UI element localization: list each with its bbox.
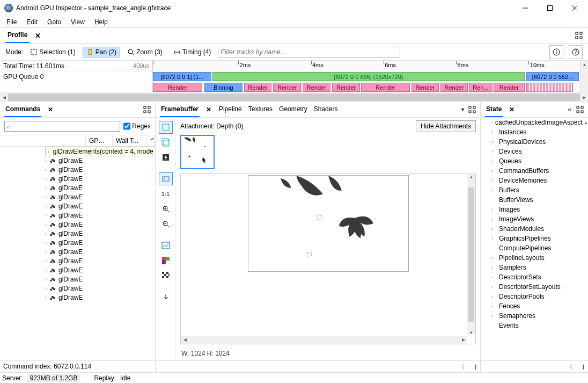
- render-track[interactable]: Render Binning Render Render Render Rend…: [153, 82, 580, 92]
- render-segment[interactable]: Ren...: [469, 83, 493, 92]
- mode-selection[interactable]: Selection (1): [26, 47, 79, 57]
- fullscreen-icon[interactable]: [575, 32, 583, 39]
- render-segment[interactable]: Render: [153, 83, 202, 92]
- commands-tab[interactable]: Commands: [4, 102, 41, 117]
- prev-icon[interactable]: ⟨: [570, 363, 572, 371]
- state-node[interactable]: ›Instances: [481, 127, 588, 137]
- command-row[interactable]: ›glDrawE: [0, 284, 155, 293]
- command-row[interactable]: ›glDrawE: [0, 265, 155, 274]
- tab-profile[interactable]: Profile: [5, 28, 30, 43]
- menu-view[interactable]: View: [67, 17, 89, 27]
- col-gpu[interactable]: GPU ...: [86, 135, 113, 146]
- tool-overlay[interactable]: [159, 136, 173, 149]
- binning-segment[interactable]: Binning: [204, 83, 243, 92]
- tool-zoomin[interactable]: [159, 203, 173, 215]
- state-node[interactable]: ›GraphicsPipelines: [481, 234, 588, 243]
- mode-pan[interactable]: Pan (2): [83, 47, 120, 57]
- queue-segment[interactable]: [6072 0 0 552...: [526, 72, 579, 81]
- chevron-updown-icon[interactable]: ≎: [568, 107, 572, 112]
- state-node[interactable]: ›PipelineLayouts: [481, 253, 588, 263]
- render-segment[interactable]: Render: [440, 83, 468, 92]
- framebuffer-close[interactable]: ✕: [206, 106, 211, 113]
- help-button[interactable]: ?: [569, 45, 583, 59]
- mode-timing[interactable]: Timing (4): [170, 47, 215, 57]
- prev-icon[interactable]: ⟨: [462, 363, 465, 371]
- tool-checker[interactable]: [159, 269, 173, 282]
- state-node[interactable]: Events: [481, 321, 588, 330]
- state-node[interactable]: BufferViews: [481, 195, 588, 205]
- state-node[interactable]: ›ShaderModules: [481, 224, 588, 234]
- next-icon[interactable]: ⟩: [474, 363, 477, 371]
- next-icon[interactable]: ⟩: [582, 363, 585, 371]
- timeline-hscroll[interactable]: ◂▸: [0, 93, 588, 101]
- state-node[interactable]: ›Devices: [481, 147, 588, 156]
- hide-attachments-button[interactable]: Hide Attachments: [416, 120, 476, 132]
- tool-channels[interactable]: [159, 254, 173, 267]
- attachment-thumb[interactable]: [180, 135, 215, 169]
- render-stripe[interactable]: [526, 83, 574, 92]
- state-node[interactable]: ›DeviceMemories: [481, 176, 588, 185]
- state-node[interactable]: ›Semaphores: [481, 311, 588, 321]
- tool-oneone[interactable]: 1:1: [159, 187, 173, 200]
- queue-segment[interactable]: [6072 0 0 1] (1...: [153, 72, 211, 81]
- render-segment[interactable]: Render: [332, 83, 360, 92]
- tab-textures[interactable]: Textures: [247, 102, 274, 117]
- tab-framebuffer[interactable]: Framebuffer: [160, 102, 200, 117]
- fullscreen-icon[interactable]: [143, 106, 151, 113]
- state-node[interactable]: ›DescriptorSetLayouts: [481, 282, 588, 292]
- commands-search[interactable]: [4, 121, 120, 132]
- info-button[interactable]: [549, 45, 563, 59]
- time-ruler[interactable]: 2ms 4ms 6ms 8ms 10ms: [153, 61, 580, 71]
- render-segment[interactable]: Render: [273, 83, 301, 92]
- tab-pipeline[interactable]: Pipeline: [218, 102, 243, 117]
- state-node[interactable]: ›DescriptorSets: [481, 272, 588, 282]
- command-row[interactable]: ›glDrawE: [0, 211, 155, 220]
- tab-profile-close[interactable]: ✕: [35, 32, 41, 40]
- menu-file[interactable]: File: [2, 17, 21, 27]
- state-tree[interactable]: ›cachedUnpackedImageAspect▴›Instances›Ph…: [481, 118, 588, 360]
- fullscreen-icon[interactable]: [468, 106, 476, 113]
- state-node[interactable]: ›PhysicalDevices: [481, 137, 588, 147]
- command-row[interactable]: ›glDrawE: [0, 274, 155, 284]
- tool-rect[interactable]: [159, 121, 173, 134]
- state-node[interactable]: ComputePipelines: [481, 243, 588, 253]
- state-node[interactable]: ›ImageViews: [481, 214, 588, 224]
- render-segment[interactable]: Render: [303, 83, 331, 92]
- command-row[interactable]: ›glDrawE: [0, 174, 155, 183]
- tool-flash[interactable]: [159, 151, 173, 164]
- filter-tracks-input[interactable]: [218, 47, 400, 57]
- state-node[interactable]: ›Samplers: [481, 263, 588, 272]
- queue-segment[interactable]: [6072 0 0 866] (1520x720): [212, 72, 524, 81]
- state-node[interactable]: ›Fences: [481, 301, 588, 311]
- command-row[interactable]: ›glDrawE: [0, 256, 155, 265]
- canvas-vscroll[interactable]: ▴▾: [467, 174, 475, 335]
- menu-help[interactable]: Help: [90, 17, 112, 27]
- close-button[interactable]: [562, 0, 587, 16]
- sort-icon[interactable]: ⌃: [146, 135, 155, 146]
- col-wall[interactable]: Wall T...: [113, 135, 146, 146]
- state-node[interactable]: ›Images: [481, 205, 588, 214]
- command-row[interactable]: ›glDrawE: [0, 220, 155, 229]
- command-row[interactable]: ›glDrawE: [0, 247, 155, 256]
- command-row[interactable]: ›glDrawE: [0, 192, 155, 201]
- state-node[interactable]: ›CommandBuffers: [481, 166, 588, 176]
- command-row[interactable]: ›glDrawE: [0, 238, 155, 247]
- render-segment[interactable]: Render: [244, 83, 272, 92]
- state-close[interactable]: ✕: [509, 106, 514, 113]
- commands-close[interactable]: ✕: [48, 106, 53, 113]
- tab-shaders[interactable]: Shaders: [313, 102, 339, 117]
- state-node[interactable]: ›Queues: [481, 156, 588, 166]
- command-row[interactable]: ›glDrawE: [0, 201, 155, 211]
- command-row[interactable]: ›glDrawE: [0, 293, 155, 302]
- command-row[interactable]: ›glDrawE: [0, 165, 155, 174]
- canvas-hscroll[interactable]: ◂▸: [181, 336, 467, 344]
- command-row[interactable]: ›glDrawE: [0, 183, 155, 192]
- regex-checkbox[interactable]: Regex: [123, 121, 151, 132]
- tool-zoomout[interactable]: [159, 218, 173, 230]
- menu-goto[interactable]: Goto: [43, 17, 65, 27]
- gpu-queue-track[interactable]: [6072 0 0 1] (1... [6072 0 0 866] (1520x…: [153, 71, 580, 82]
- tool-download[interactable]: [159, 291, 173, 303]
- state-node[interactable]: ›DescriptorPools: [481, 292, 588, 301]
- timeline-vscroll[interactable]: ▴: [580, 61, 588, 93]
- menu-edit[interactable]: Edit: [22, 17, 42, 27]
